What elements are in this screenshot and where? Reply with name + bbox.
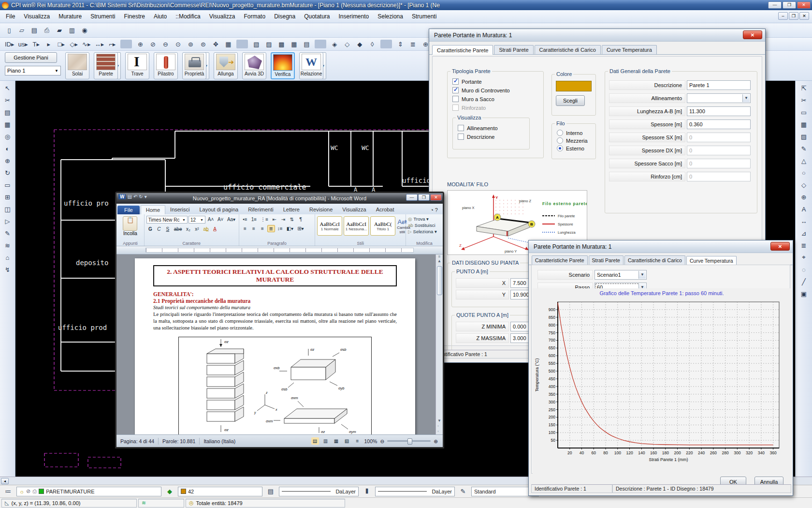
toolbar-icon[interactable]: ▤ xyxy=(29,25,40,36)
style-chip[interactable]: AaBbCcI 1 Normale xyxy=(317,216,342,236)
menu-item[interactable]: Murature xyxy=(55,12,86,21)
checkbox[interactable] xyxy=(452,78,459,85)
word-vertical-scrollbar[interactable]: ≡ ▲ ▼ ◦ ◦ xyxy=(435,254,443,434)
entity-button[interactable]: Solai xyxy=(65,52,89,79)
field-input[interactable]: ▼ xyxy=(687,93,751,103)
tool-icon[interactable] xyxy=(236,40,248,48)
align-right-icon[interactable]: ≡ xyxy=(259,225,266,232)
strip-icon[interactable]: ✎ xyxy=(798,143,810,154)
superscript-icon[interactable]: x² xyxy=(193,225,201,233)
dialog-tab[interactable]: Strati Parete xyxy=(589,255,624,265)
strip-icon[interactable]: ◐ xyxy=(2,143,14,154)
ribbon-tab[interactable]: Inserisci xyxy=(165,205,194,214)
strip-icon[interactable]: ◫ xyxy=(2,204,14,214)
word-title-bar[interactable]: W ▤ ↶ ↻ ▾ Nuovo_progetto_murature_RA [Mo… xyxy=(116,193,443,204)
dialog-tab[interactable]: Strati Parete xyxy=(494,45,533,54)
strip-icon[interactable]: A xyxy=(798,204,810,214)
entity-button[interactable]: Avvia 3D xyxy=(242,52,266,79)
cube-icon[interactable]: ◆ xyxy=(164,486,175,497)
strip-icon[interactable]: ≣ xyxy=(798,240,810,251)
radio-row[interactable]: Mezzeria xyxy=(557,137,595,144)
toolbar-icon[interactable]: ▱ xyxy=(16,25,28,36)
maximize-button[interactable]: ❐ xyxy=(783,1,796,9)
scrollbar-thumb[interactable] xyxy=(437,266,442,295)
align-left-icon[interactable]: ≡ xyxy=(241,225,249,232)
entity-button[interactable]: Parete xyxy=(94,52,118,79)
menu-item[interactable]: Disegna xyxy=(270,12,299,21)
scroll-split-icon[interactable]: ≡ xyxy=(438,254,441,259)
strip-icon[interactable]: ✂ xyxy=(2,95,14,105)
tool-icon[interactable]: ⊚ xyxy=(185,39,196,49)
tool-icon[interactable]: T▸ xyxy=(30,39,42,49)
shrink-font-icon[interactable]: A˅ xyxy=(216,216,225,223)
strip-icon[interactable]: ▦ xyxy=(2,119,14,130)
ribbon-tab[interactable]: Lettere xyxy=(278,205,304,214)
tool-icon[interactable]: ◆ xyxy=(354,39,365,49)
strip-icon[interactable]: ✂ xyxy=(798,95,810,105)
entity-button[interactable]: Verifica xyxy=(271,52,295,79)
chevron-down-icon[interactable]: ▼ xyxy=(742,94,750,102)
menu-item[interactable]: Visualizza xyxy=(205,12,239,21)
layer-color-swatch[interactable] xyxy=(39,489,44,494)
tool-icon[interactable]: ⊘ xyxy=(147,39,159,49)
field-input[interactable]: 0 ▼ xyxy=(687,159,751,168)
chevron-down-icon[interactable]: ▾ xyxy=(145,194,147,199)
ribbon-tab[interactable]: Home xyxy=(141,205,165,214)
tool-icon[interactable]: ◊ xyxy=(366,39,378,49)
modifica-item[interactable]: ▷ Seleziona ▾ xyxy=(408,229,441,234)
line-spacing-icon[interactable]: ↕≡ xyxy=(276,225,284,232)
ribbon-tab[interactable]: Layout di pagina xyxy=(194,205,243,214)
child-close-button[interactable]: ✕ xyxy=(799,12,809,20)
word-count[interactable]: Parole: 10.881 xyxy=(162,438,195,444)
web-layout-icon[interactable]: ▦ xyxy=(333,437,340,445)
piano-select[interactable]: Piano 1 ▼ xyxy=(5,66,61,75)
close-button[interactable]: ✕ xyxy=(430,194,442,201)
tool-icon[interactable]: ⊕ xyxy=(134,39,146,49)
dialog-tab[interactable]: Curve Temperatura xyxy=(686,256,737,265)
strip-icon[interactable]: ↖ xyxy=(2,83,14,93)
help-icon[interactable]: ◔ ? xyxy=(425,206,443,214)
paste-label[interactable]: Incolla xyxy=(118,231,142,236)
document-page[interactable]: 2. ASPETTI TEORICI RELATIVI AL CALCOLO S… xyxy=(135,258,415,434)
dialog-tab[interactable]: Caratteristiche Parete xyxy=(532,255,588,265)
tool-icon[interactable]: ∿▸ xyxy=(81,39,92,49)
bulb-icon[interactable]: ☼ xyxy=(19,489,24,494)
sort-icon[interactable]: ⇅ xyxy=(288,216,296,223)
checkbox-row[interactable]: Muro di Controvento xyxy=(452,87,543,93)
zoom-slider[interactable] xyxy=(387,440,431,442)
strip-icon[interactable]: ↻ xyxy=(2,167,14,178)
zoom-level[interactable]: 100% xyxy=(364,438,377,444)
multilevel-icon[interactable]: ⋮≡ xyxy=(259,216,270,223)
color-field[interactable]: 42 xyxy=(178,487,262,496)
strip-icon[interactable]: ▨ xyxy=(798,131,810,142)
field-input[interactable]: 0.360 ▼ xyxy=(687,120,751,129)
radio[interactable] xyxy=(557,137,563,144)
printer-icon[interactable]: ⎙ xyxy=(32,488,37,494)
strip-icon[interactable]: ▭ xyxy=(798,107,810,118)
ribbon-tab[interactable]: Revisione xyxy=(304,205,337,214)
grow-font-icon[interactable]: A˄ xyxy=(206,216,215,223)
outline-view-icon[interactable]: ▧ xyxy=(343,437,351,445)
checkbox-row[interactable]: Allineamento xyxy=(458,125,529,131)
tool-icon[interactable]: ▸ xyxy=(43,39,55,49)
ribbon-tab[interactable]: Acrobat xyxy=(371,205,399,214)
prev-page-icon[interactable]: ◦ xyxy=(437,424,441,428)
strip-icon[interactable]: ╱ xyxy=(798,276,810,287)
justify-icon[interactable]: ≣ xyxy=(267,225,275,232)
strip-icon[interactable]: ↯ xyxy=(2,264,14,275)
bullets-icon[interactable]: •≡ xyxy=(241,216,249,223)
style-chip[interactable]: AaBbCcI 1 Nessuna... xyxy=(344,216,369,236)
layer-manager-icon[interactable]: ≔ xyxy=(2,486,14,497)
radio-row[interactable]: Interno xyxy=(557,130,595,136)
scroll-up-icon[interactable]: ▲ xyxy=(437,259,441,263)
radio[interactable] xyxy=(557,145,563,151)
tool-icon[interactable] xyxy=(120,40,132,48)
redo-icon[interactable]: ↻ xyxy=(139,194,143,199)
linetype-field[interactable]: DaLayer xyxy=(279,487,359,496)
toolbar-icon[interactable]: ▰ xyxy=(54,25,65,36)
dialog-tab[interactable]: Curve Temperatura xyxy=(602,45,657,54)
menu-item[interactable]: Formato xyxy=(240,12,269,21)
borders-icon[interactable]: ⊞▾ xyxy=(296,225,305,232)
strip-icon[interactable]: ⌂ xyxy=(2,252,14,263)
field-input[interactable]: 0 ▼ xyxy=(687,172,751,181)
